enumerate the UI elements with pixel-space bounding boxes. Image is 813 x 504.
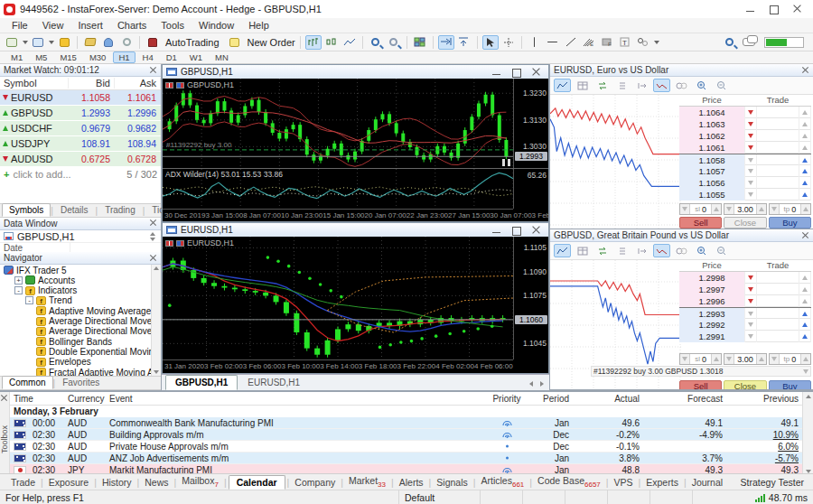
toolbox-tab-trade[interactable]: Trade bbox=[7, 476, 39, 489]
market-watch-close-icon[interactable] bbox=[150, 67, 157, 74]
spin-field[interactable]: sl0 bbox=[690, 354, 711, 364]
scroll-down-icon[interactable] bbox=[150, 238, 155, 241]
toolbox-close-icon[interactable] bbox=[1, 395, 8, 402]
toolbox-tab-journal[interactable]: Journal bbox=[688, 476, 726, 489]
sell-chevron-cell[interactable] bbox=[744, 118, 757, 130]
buy-chevron-cell[interactable] bbox=[799, 107, 811, 118]
ladder-row[interactable]: 1.1058 bbox=[679, 154, 811, 165]
calendar-row[interactable]: 02:30AUDPrivate House Approvals m/mDec-0… bbox=[10, 441, 802, 453]
column-priority[interactable]: Priority bbox=[486, 394, 528, 404]
scroll-up-icon[interactable] bbox=[150, 232, 155, 236]
toolbox-tab-exposure[interactable]: Exposure bbox=[45, 476, 92, 489]
tab-symbols[interactable]: Symbols bbox=[2, 203, 51, 217]
spin-down-icon[interactable] bbox=[770, 354, 780, 364]
menu-help[interactable]: Help bbox=[242, 19, 276, 32]
zoom-in-icon[interactable] bbox=[693, 244, 710, 257]
sell-button[interactable]: Sell bbox=[679, 380, 722, 390]
column-forecast[interactable]: Forecast bbox=[643, 394, 726, 404]
ladder-row[interactable]: 1.2991 bbox=[679, 331, 811, 342]
chart-tab-eurusd-h1[interactable]: EURUSD,H1 bbox=[238, 375, 310, 390]
auto-scroll-icon[interactable] bbox=[438, 35, 454, 50]
chart-shift-icon[interactable] bbox=[456, 35, 472, 50]
dom-levels-icon[interactable] bbox=[613, 244, 631, 257]
navigator-item[interactable]: -fIndicators bbox=[0, 285, 161, 295]
stop-loss-stepper[interactable]: sl0 bbox=[679, 353, 722, 365]
buy-chevron-cell[interactable] bbox=[799, 284, 811, 295]
sell-chevron-cell[interactable] bbox=[744, 130, 757, 142]
ladder-row[interactable]: 1.1063 bbox=[679, 118, 811, 130]
menu-charts[interactable]: Charts bbox=[111, 19, 153, 32]
transfer-icon[interactable] bbox=[593, 79, 611, 92]
spin-up-icon[interactable] bbox=[756, 204, 766, 214]
shapes-tool-icon[interactable] bbox=[635, 35, 651, 50]
buy-chevron-cell[interactable] bbox=[799, 165, 811, 177]
tab-common[interactable]: Common bbox=[2, 376, 53, 389]
ladder-row[interactable]: 1.1056 bbox=[679, 177, 811, 189]
ladder-row[interactable]: 1.2997 bbox=[679, 284, 811, 295]
chart-line-mode-icon[interactable] bbox=[341, 35, 358, 50]
calendar-row[interactable]: 02:30AUDANZ Job Advertisements m/mJan3.8… bbox=[10, 453, 802, 464]
sell-chevron-cell[interactable] bbox=[744, 331, 757, 342]
buy-chevron-cell[interactable] bbox=[799, 142, 811, 154]
chart-window-titlebar[interactable]: EURUSD,H1 bbox=[163, 223, 548, 237]
toolbox-tab-calendar[interactable]: Calendar bbox=[229, 475, 285, 490]
trendline-tool-icon[interactable] bbox=[563, 35, 579, 50]
spin-field[interactable]: 3.00 bbox=[734, 354, 755, 364]
tab-details[interactable]: Details bbox=[53, 203, 96, 217]
navigator-item[interactable]: fBollinger Bands bbox=[0, 336, 161, 346]
autotrading-icon[interactable] bbox=[145, 35, 161, 50]
volume-stepper[interactable]: 3.00 bbox=[724, 353, 766, 365]
data-window-toggle-icon[interactable] bbox=[82, 35, 98, 50]
buy-chevron-cell[interactable] bbox=[799, 319, 811, 331]
buy-chevron-cell[interactable] bbox=[799, 295, 811, 307]
spin-field[interactable]: 3.00 bbox=[734, 204, 755, 214]
sell-chevron-cell[interactable] bbox=[744, 177, 757, 189]
zoom-out-icon[interactable] bbox=[713, 79, 730, 92]
column-period[interactable]: Period bbox=[528, 394, 573, 404]
text-tool-icon[interactable]: T bbox=[617, 35, 633, 50]
timeframe-h4[interactable]: H4 bbox=[137, 51, 159, 63]
chart-close-icon[interactable] bbox=[532, 68, 541, 77]
ladder-row[interactable]: 1.1062 bbox=[679, 130, 811, 142]
depth-grid-icon[interactable] bbox=[574, 244, 591, 257]
tab-scroll-left-icon[interactable] bbox=[529, 381, 533, 387]
tab-favorites[interactable]: Favorites bbox=[55, 376, 107, 389]
column-event[interactable]: Event bbox=[106, 394, 486, 404]
profiles-icon[interactable] bbox=[30, 35, 46, 50]
sell-chevron-cell[interactable] bbox=[744, 319, 757, 331]
navigator-toggle-icon[interactable] bbox=[100, 35, 117, 50]
autotrading-label[interactable]: AutoTrading bbox=[165, 37, 220, 48]
timeframe-h1[interactable]: H1 bbox=[113, 51, 135, 63]
add-symbol-icon[interactable]: + bbox=[4, 169, 9, 180]
new-chart-dropdown-icon[interactable] bbox=[23, 41, 28, 44]
menu-window[interactable]: Window bbox=[192, 19, 240, 32]
stop-loss-stepper[interactable]: sl0 bbox=[679, 203, 722, 215]
collapse-icon[interactable]: - bbox=[14, 286, 23, 294]
navigator-item[interactable]: fAverage Directional Movement bbox=[0, 326, 161, 336]
tick-chart-icon[interactable] bbox=[653, 79, 670, 92]
buy-chevron-cell[interactable] bbox=[799, 272, 811, 284]
ladder-row[interactable]: 1.2992 bbox=[679, 319, 811, 331]
tile-windows-icon[interactable] bbox=[412, 35, 428, 50]
chat-icon[interactable] bbox=[743, 38, 755, 46]
scroll-up-icon[interactable] bbox=[806, 395, 811, 398]
scroll-down-icon[interactable] bbox=[806, 470, 811, 473]
transfer-icon[interactable] bbox=[593, 244, 611, 257]
column-previous[interactable]: Previous bbox=[726, 394, 802, 404]
tab-trading[interactable]: Trading bbox=[98, 203, 143, 217]
chart-mode-icon[interactable] bbox=[554, 244, 571, 257]
scroll-down-icon[interactable] bbox=[154, 370, 159, 374]
buy-chevron-cell[interactable] bbox=[799, 189, 811, 201]
chart-window-titlebar[interactable]: GBPUSD,H1 bbox=[163, 65, 548, 79]
dom-levels-icon[interactable] bbox=[613, 79, 631, 92]
toolbox-tab-news[interactable]: News bbox=[141, 476, 172, 489]
tab-scroll-right-icon[interactable] bbox=[540, 381, 544, 387]
sell-chevron-cell[interactable] bbox=[744, 142, 757, 154]
export-icon[interactable] bbox=[633, 244, 650, 257]
market-watch-row[interactable]: USDJPY108.91108.94 bbox=[0, 136, 161, 152]
toolbox-tab-alerts[interactable]: Alerts bbox=[396, 476, 427, 489]
profiles-dropdown-icon[interactable] bbox=[49, 41, 54, 44]
calendar-row[interactable]: 02:30AUDBuilding Approvals m/mDec-0.2%-4… bbox=[10, 429, 802, 441]
timeframe-m1[interactable]: M1 bbox=[5, 51, 28, 63]
chart-tab-gbpusd-h1[interactable]: GBPUSD,H1 bbox=[165, 375, 238, 390]
